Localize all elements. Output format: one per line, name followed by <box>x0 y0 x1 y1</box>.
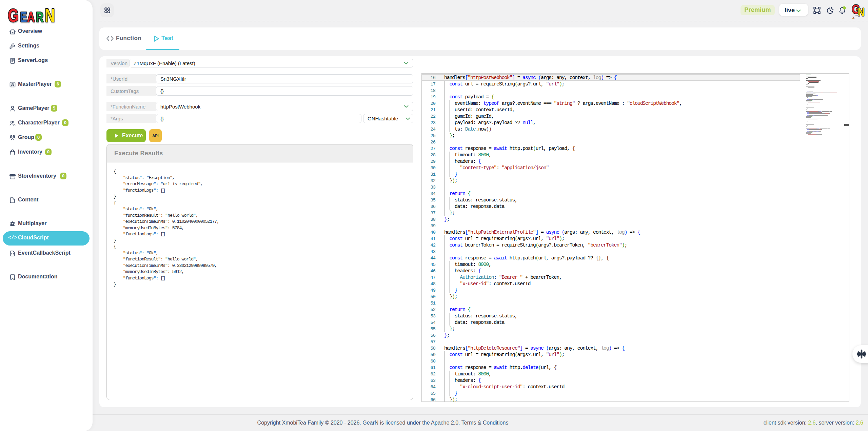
svg-text:x: x <box>852 15 854 20</box>
svg-text:DOC: DOC <box>10 278 15 280</box>
svg-text:A: A <box>27 9 35 25</box>
svg-text:R: R <box>36 9 43 25</box>
svg-text:G: G <box>8 5 19 25</box>
svg-text:E: E <box>20 9 27 25</box>
svg-text:N: N <box>858 5 865 18</box>
svg-text:N: N <box>45 5 55 25</box>
